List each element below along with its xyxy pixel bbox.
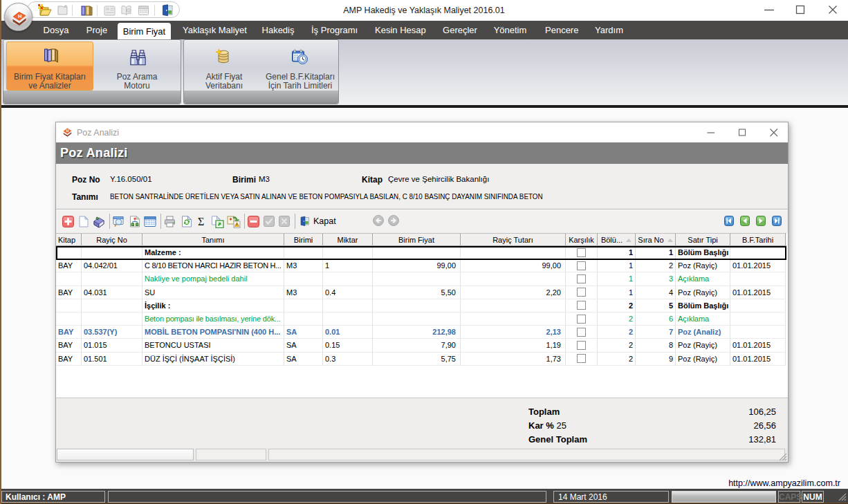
svg-text:H: H [18, 13, 21, 19]
svg-text:Σ: Σ [198, 216, 204, 227]
svg-text:H: H [66, 129, 69, 133]
